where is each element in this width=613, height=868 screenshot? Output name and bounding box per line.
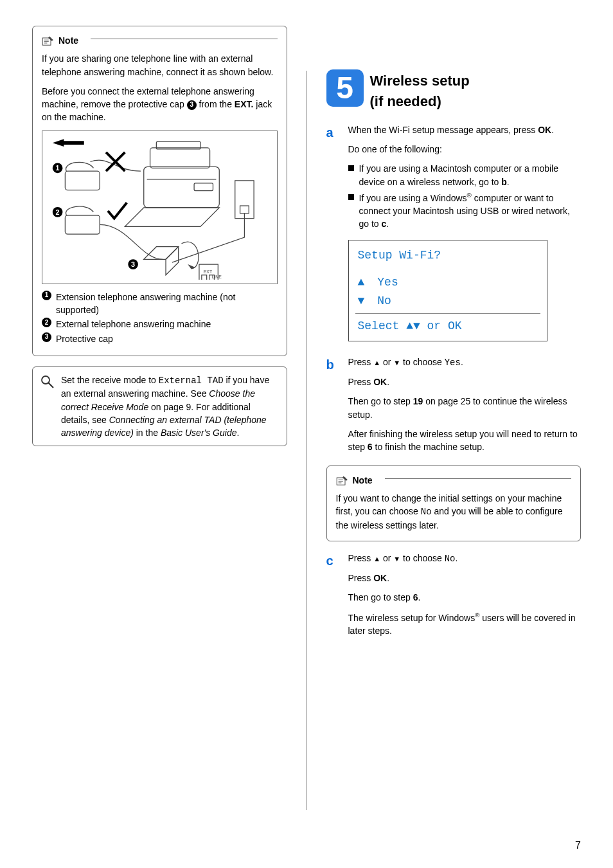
illustration: 1 2 xyxy=(42,131,278,284)
down-triangle-icon: ▼ xyxy=(413,320,420,332)
page-number: 7 xyxy=(575,838,581,853)
svg-text:2: 2 xyxy=(56,208,60,216)
note-title: Note xyxy=(58,34,84,47)
page: Note If you are sharing one telephone li… xyxy=(0,0,613,868)
step-a-p2: Do one of the following: xyxy=(348,143,582,156)
note-box-left: Note If you are sharing one telephone li… xyxy=(32,26,287,356)
tip-text: Set the receive mode to External TAD if … xyxy=(61,374,279,439)
lcd-separator xyxy=(355,313,540,314)
step-letter-b: b xyxy=(326,356,348,460)
note-right-body: If you want to change the initial settin… xyxy=(336,492,572,532)
step-c-p3: Then go to step 6. xyxy=(348,591,582,604)
step-c-body: Press ▲ or ▼ to choose No. Press OK. The… xyxy=(348,552,582,644)
svg-rect-15 xyxy=(65,215,100,234)
legend-3: 3 Protective cap xyxy=(42,332,278,345)
svg-rect-26 xyxy=(240,206,249,213)
tip-box: Set the receive mode to External TAD if … xyxy=(32,366,287,446)
column-divider xyxy=(306,71,307,810)
step-a-p1: When the Wi-Fi setup message appears, pr… xyxy=(348,123,582,136)
svg-text:1: 1 xyxy=(56,164,60,172)
up-triangle-icon: ▲ xyxy=(373,555,380,563)
svg-rect-10 xyxy=(65,171,100,190)
note-p2: Before you connect the external telephon… xyxy=(42,85,278,124)
note-rule xyxy=(385,478,572,479)
step-a: a When the Wi-Fi setup message appears, … xyxy=(326,123,582,350)
left-column: Note If you are sharing one telephone li… xyxy=(32,26,287,810)
note-icon xyxy=(42,35,55,46)
svg-point-27 xyxy=(42,376,49,384)
up-triangle-icon: ▲ xyxy=(358,274,365,291)
step-c-p2: Press OK. xyxy=(348,572,582,584)
svg-rect-5 xyxy=(144,167,220,208)
circled-3-inline: 3 xyxy=(187,100,197,110)
svg-rect-25 xyxy=(235,181,254,219)
step-c: c Press ▲ or ▼ to choose No. Press OK. T… xyxy=(326,552,582,644)
circled-1: 1 xyxy=(42,291,51,300)
step-b-p2: Press OK. xyxy=(348,375,582,388)
lcd-footer: Select ▲▼ or OK xyxy=(358,318,538,334)
step-a-body: When the Wi-Fi setup message appears, pr… xyxy=(348,123,582,350)
section-number: 5 xyxy=(326,69,364,107)
lcd-line1: Setup Wi-Fi? xyxy=(358,247,538,264)
note-header: Note xyxy=(336,474,572,487)
note-title: Note xyxy=(353,474,378,487)
circled-3: 3 xyxy=(42,332,51,342)
step-letter-a: a xyxy=(326,123,348,350)
note-box-right: Note If you want to change the initial s… xyxy=(326,466,582,541)
step-c-p4: The wireless setup for Windows® users wi… xyxy=(348,611,582,637)
square-bullet-icon xyxy=(348,165,354,171)
step-b-p4: After finishing the wireless setup you w… xyxy=(348,428,582,454)
svg-text:EXT: EXT xyxy=(204,269,213,274)
legend-3-text: Protective cap xyxy=(56,332,113,345)
step-a-bullet-2: If you are using a Windows® computer or … xyxy=(348,191,582,231)
up-triangle-icon: ▲ xyxy=(373,359,380,366)
svg-rect-6 xyxy=(150,148,210,168)
legend-2-text: External telephone answering machine xyxy=(56,318,211,330)
legend-1-text: Extension telephone answering machine (n… xyxy=(56,291,278,317)
step-b-body: Press ▲ or ▼ to choose Yes. Press OK. Th… xyxy=(348,356,582,460)
lcd-display: Setup Wi-Fi? ▲ Yes ▼ No Select ▲▼ or OK xyxy=(348,240,547,341)
note-rule xyxy=(91,39,278,39)
lcd-option-no: ▼ No xyxy=(358,293,538,309)
step-c-p1: Press ▲ or ▼ to choose No. xyxy=(348,552,582,565)
circled-2: 2 xyxy=(42,318,51,327)
legend-2: 2 External telephone answering machine xyxy=(42,318,278,330)
section-header: 5 Wireless setup (if needed) xyxy=(326,69,582,112)
section-title: Wireless setup (if needed) xyxy=(370,71,470,112)
columns: Note If you are sharing one telephone li… xyxy=(32,26,581,810)
step-letter-c: c xyxy=(326,552,348,644)
step-b: b Press ▲ or ▼ to choose Yes. Press OK. … xyxy=(326,356,582,460)
magnifier-icon xyxy=(40,375,55,389)
right-column: 5 Wireless setup (if needed) a When the … xyxy=(326,26,582,810)
note-header: Note xyxy=(42,34,278,47)
note-p1: If you are sharing one telephone line wi… xyxy=(42,52,278,78)
up-triangle-icon: ▲ xyxy=(406,320,413,332)
svg-rect-9 xyxy=(194,183,213,191)
svg-text:3: 3 xyxy=(131,260,135,268)
step-b-p1: Press ▲ or ▼ to choose Yes. xyxy=(348,356,582,369)
svg-rect-21 xyxy=(202,275,207,280)
down-triangle-icon: ▼ xyxy=(393,555,400,563)
svg-marker-4 xyxy=(53,139,84,147)
legend-1: 1 Extension telephone answering machine … xyxy=(42,291,278,317)
note-icon xyxy=(336,475,349,485)
down-triangle-icon: ▼ xyxy=(393,359,400,366)
square-bullet-icon xyxy=(348,194,354,200)
illustration-svg: 1 2 xyxy=(46,135,273,280)
down-triangle-icon: ▼ xyxy=(358,293,365,309)
svg-line-28 xyxy=(49,383,54,388)
step-b-p3: Then go to step 19 on page 25 to continu… xyxy=(348,395,582,421)
lcd-option-yes: ▲ Yes xyxy=(358,274,538,291)
step-a-bullet-1: If you are using a Macintosh computer or… xyxy=(348,162,582,188)
